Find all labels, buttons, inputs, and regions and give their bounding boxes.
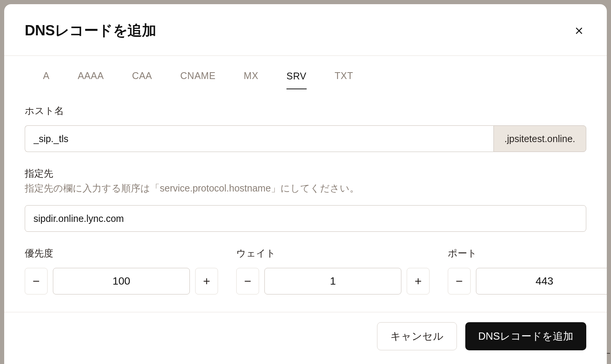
weight-decrement[interactable]: −	[236, 268, 259, 294]
priority-input[interactable]	[53, 268, 190, 294]
plus-icon: +	[203, 275, 210, 287]
close-icon	[574, 26, 584, 36]
hostname-label: ホスト名	[25, 104, 586, 117]
weight-field: ウェイト − +	[236, 247, 430, 297]
target-input[interactable]	[25, 205, 586, 232]
record-type-tabs: A AAAA CAA CNAME MX SRV TXT	[25, 56, 586, 89]
modal-header: DNSレコードを追加	[4, 4, 607, 56]
minus-icon: −	[33, 275, 40, 287]
tab-mx[interactable]: MX	[244, 66, 259, 89]
target-hint: 指定先の欄に入力する順序は「service.protocol.hostname」…	[25, 182, 586, 195]
hostname-input[interactable]	[25, 125, 493, 152]
submit-button[interactable]: DNSレコードを追加	[465, 322, 586, 350]
weight-input[interactable]	[264, 268, 401, 294]
tab-a[interactable]: A	[43, 66, 49, 89]
minus-icon: −	[456, 275, 463, 287]
tab-aaaa[interactable]: AAAA	[78, 66, 104, 89]
numeric-row: 優先度 − + ウェイト −	[25, 247, 586, 297]
port-input[interactable]	[476, 268, 607, 294]
priority-decrement[interactable]: −	[25, 268, 48, 294]
priority-field: 優先度 − +	[25, 247, 218, 297]
weight-increment[interactable]: +	[407, 268, 430, 294]
modal-footer: キャンセル DNSレコードを追加	[4, 312, 607, 364]
weight-label: ウェイト	[236, 247, 430, 260]
close-button[interactable]	[572, 24, 586, 38]
priority-increment[interactable]: +	[195, 268, 218, 294]
priority-label: 優先度	[25, 247, 218, 260]
port-field: ポート − +	[448, 247, 607, 297]
hostname-field: ホスト名 .jpsitetest.online.	[25, 104, 586, 152]
tab-txt[interactable]: TXT	[335, 66, 353, 89]
minus-icon: −	[244, 275, 251, 287]
tab-caa[interactable]: CAA	[132, 66, 152, 89]
hostname-suffix: .jpsitetest.online.	[493, 125, 586, 152]
target-field: 指定先 指定先の欄に入力する順序は「service.protocol.hostn…	[25, 167, 586, 232]
modal-body: A AAAA CAA CNAME MX SRV TXT ホスト名 .jpsite…	[4, 56, 607, 297]
modal-title: DNSレコードを追加	[25, 21, 156, 40]
cancel-button[interactable]: キャンセル	[377, 322, 457, 350]
add-dns-record-modal: DNSレコードを追加 A AAAA CAA CNAME MX SRV TXT ホ…	[4, 4, 607, 364]
target-label: 指定先	[25, 167, 586, 180]
tab-cname[interactable]: CNAME	[180, 66, 216, 89]
port-decrement[interactable]: −	[448, 268, 471, 294]
port-label: ポート	[448, 247, 607, 260]
plus-icon: +	[415, 275, 422, 287]
tab-srv[interactable]: SRV	[286, 66, 306, 89]
